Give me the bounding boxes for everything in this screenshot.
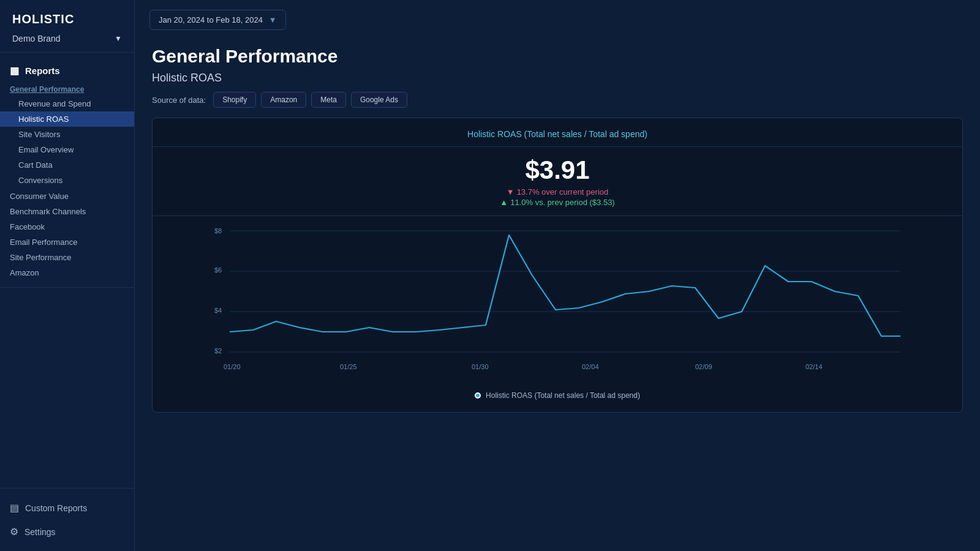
svg-text:01/25: 01/25 bbox=[340, 363, 357, 370]
settings-label: Settings bbox=[24, 527, 56, 537]
sidebar-item-facebook[interactable]: Facebook bbox=[0, 219, 134, 234]
svg-text:02/09: 02/09 bbox=[695, 363, 712, 370]
date-range-text: Jan 20, 2024 to Feb 18, 2024 bbox=[159, 15, 263, 24]
sidebar-bottom: ▤ Custom Reports ⚙ Settings bbox=[0, 488, 134, 551]
source-bar: Source of data: Shopify Amazon Meta Goog… bbox=[152, 92, 963, 108]
svg-text:$6: $6 bbox=[214, 266, 222, 274]
custom-reports-label: Custom Reports bbox=[25, 503, 87, 513]
roas-line-chart: $8 $6 $4 $2 01/20 01/25 bbox=[165, 222, 950, 381]
sidebar-item-site-visitors[interactable]: Site Visitors bbox=[0, 127, 134, 142]
legend-dot-roas bbox=[475, 392, 481, 399]
svg-text:02/14: 02/14 bbox=[805, 363, 823, 370]
sidebar-item-email-overview[interactable]: Email Overview bbox=[0, 142, 134, 157]
source-google-ads-button[interactable]: Google Ads bbox=[351, 92, 407, 108]
chart-header: Holistic ROAS (Total net sales / Total a… bbox=[153, 118, 962, 147]
sidebar-item-benchmark-channels[interactable]: Benchmark Channels bbox=[0, 203, 134, 219]
reports-nav-item[interactable]: ▩ Reports bbox=[0, 60, 134, 81]
svg-text:01/20: 01/20 bbox=[224, 363, 241, 370]
source-amazon-button[interactable]: Amazon bbox=[261, 92, 306, 108]
sidebar-item-amazon[interactable]: Amazon bbox=[0, 264, 134, 280]
brand-name: Demo Brand bbox=[12, 34, 61, 43]
source-meta-button[interactable]: Meta bbox=[311, 92, 346, 108]
source-label: Source of data: bbox=[152, 96, 206, 105]
chart-area: $8 $6 $4 $2 01/20 01/25 bbox=[153, 216, 962, 400]
chart-main-value: $3.91 bbox=[165, 156, 950, 185]
reports-icon: ▩ bbox=[10, 65, 19, 77]
roas-chart-card: Holistic ROAS (Total net sales / Total a… bbox=[152, 118, 963, 413]
svg-text:$2: $2 bbox=[214, 347, 222, 354]
sidebar: HOLISTIC Demo Brand ▼ ▩ Reports General … bbox=[0, 0, 135, 551]
sidebar-item-cart-data[interactable]: Cart Data bbox=[0, 157, 134, 173]
page-title: General Performance bbox=[152, 46, 963, 67]
legend-label: Holistic ROAS (Total net sales / Total a… bbox=[486, 391, 640, 400]
chart-svg-wrapper: $8 $6 $4 $2 01/20 01/25 bbox=[165, 222, 950, 384]
brand-selector[interactable]: Demo Brand ▼ bbox=[12, 34, 122, 43]
sidebar-item-email-performance[interactable]: Email Performance bbox=[0, 234, 134, 249]
svg-text:$8: $8 bbox=[214, 227, 222, 234]
down-triangle-icon: ▼ bbox=[507, 187, 514, 197]
up-triangle-icon: ▲ bbox=[500, 198, 508, 207]
main-content: Jan 20, 2024 to Feb 18, 2024 ▼ General P… bbox=[135, 0, 980, 551]
date-range-picker[interactable]: Jan 20, 2024 to Feb 18, 2024 ▼ bbox=[149, 10, 286, 30]
svg-text:01/30: 01/30 bbox=[472, 363, 489, 370]
reports-section: ▩ Reports General Performance Revenue an… bbox=[0, 53, 134, 288]
topbar: Jan 20, 2024 to Feb 18, 2024 ▼ bbox=[135, 0, 980, 40]
sidebar-item-consumer-value[interactable]: Consumer Value bbox=[0, 188, 134, 203]
sidebar-item-conversions[interactable]: Conversions bbox=[0, 173, 134, 188]
sidebar-item-site-performance[interactable]: Site Performance bbox=[0, 249, 134, 264]
custom-reports-icon: ▤ bbox=[10, 502, 19, 514]
section-title: Holistic ROAS bbox=[152, 72, 963, 84]
brand-chevron-icon: ▼ bbox=[115, 34, 122, 43]
svg-text:02/04: 02/04 bbox=[582, 363, 599, 370]
sidebar-item-revenue-and-spend[interactable]: Revenue and Spend bbox=[0, 96, 134, 111]
reports-label: Reports bbox=[25, 66, 60, 76]
date-picker-chevron-icon: ▼ bbox=[269, 15, 277, 24]
chart-stat-down: ▼ 13.7% over current period bbox=[165, 187, 950, 197]
settings-item[interactable]: ⚙ Settings bbox=[0, 520, 134, 544]
sidebar-header: HOLISTIC Demo Brand ▼ bbox=[0, 0, 134, 53]
content-area: General Performance Holistic ROAS Source… bbox=[135, 40, 980, 551]
sidebar-item-general-performance[interactable]: General Performance bbox=[0, 81, 134, 96]
svg-text:$4: $4 bbox=[214, 307, 222, 314]
settings-icon: ⚙ bbox=[10, 526, 18, 538]
chart-legend: Holistic ROAS (Total net sales / Total a… bbox=[165, 391, 950, 400]
chart-value-section: $3.91 ▼ 13.7% over current period ▲ 11.0… bbox=[153, 147, 962, 216]
sidebar-item-holistic-roas[interactable]: Holistic ROAS bbox=[0, 111, 134, 127]
chart-stat-up: ▲ 11.0% vs. prev period ($3.53) bbox=[165, 198, 950, 207]
app-logo: HOLISTIC bbox=[12, 12, 122, 26]
custom-reports-item[interactable]: ▤ Custom Reports bbox=[0, 496, 134, 520]
source-shopify-button[interactable]: Shopify bbox=[213, 92, 256, 108]
